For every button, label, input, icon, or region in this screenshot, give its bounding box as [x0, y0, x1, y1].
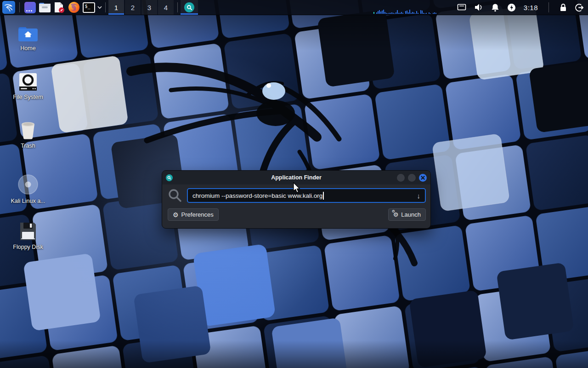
close-icon [421, 176, 425, 180]
clock[interactable]: 3:18 [524, 4, 538, 12]
firefox-icon [68, 1, 80, 13]
workspace-switcher: 1 2 3 4 [108, 0, 175, 15]
preferences-label: Preferences [181, 211, 214, 218]
window-title: Application Finder [162, 174, 430, 181]
desktop-icon-label: Kali Linux a... [11, 198, 45, 204]
workspace-2[interactable]: 2 [125, 0, 141, 15]
desktop-icon-file-system[interactable]: File System [7, 73, 49, 100]
desktop-icon-label: Home [20, 45, 35, 52]
lock-icon[interactable] [560, 3, 567, 12]
workspace-1[interactable]: 1 [108, 0, 124, 15]
launcher-file-manager[interactable] [37, 0, 52, 15]
terminal-icon: $_ [83, 2, 95, 13]
cdrom-icon [17, 174, 39, 195]
desktop-icon-label: File System [13, 94, 43, 100]
search-input-value: chromium --password-store=basic www.kali… [192, 192, 322, 199]
gear-icon: ⚙ [173, 212, 179, 218]
dropdown-arrow-icon[interactable]: ↓ [417, 192, 421, 200]
mouse-cursor [293, 182, 301, 194]
launcher-terminal[interactable]: $_ [81, 0, 96, 15]
panel-separator [105, 2, 106, 12]
chevron-down-icon[interactable] [97, 6, 102, 9]
search-input[interactable]: chromium --password-store=basic www.kali… [187, 188, 426, 203]
panel-separator [177, 2, 178, 12]
search-icon [168, 188, 182, 203]
application-finder-window: Application Finder chromium --password-s… [162, 170, 431, 229]
network-icon[interactable] [457, 4, 466, 11]
system-tray: 3:18 [457, 0, 588, 15]
trash-icon [18, 121, 38, 140]
panel-separator [548, 2, 549, 12]
panel-separator [19, 2, 20, 12]
file-manager-icon [39, 2, 51, 13]
launch-label: Launch [401, 211, 421, 218]
desktop-window-icon [24, 2, 36, 13]
maximize-button[interactable] [408, 174, 416, 182]
preferences-button[interactable]: ⚙ Preferences [168, 208, 219, 221]
text-caret [323, 192, 324, 200]
cpu-graph[interactable] [373, 0, 451, 15]
floppy-icon [18, 222, 38, 241]
top-panel: $_ 1 2 3 4 [0, 0, 588, 15]
close-button[interactable] [419, 174, 427, 182]
launcher-firefox[interactable] [67, 0, 81, 15]
desktop-icon-kali-cdrom[interactable]: Kali Linux a... [7, 174, 49, 204]
desktop-icon-trash[interactable]: Trash [7, 121, 49, 149]
desktop-icon-label: Floppy Disk [13, 244, 43, 250]
hard-disk-icon [18, 73, 38, 91]
launcher-desktop-app[interactable] [23, 0, 37, 15]
notifications-icon[interactable] [491, 3, 499, 12]
desktop-icon-home[interactable]: Home [7, 26, 49, 52]
desktop-icon-label: Trash [21, 143, 35, 149]
home-folder-icon [17, 26, 39, 42]
desktop-icon-floppy-disk[interactable]: Floppy Disk [7, 222, 49, 250]
volume-icon[interactable] [474, 3, 483, 12]
launch-button[interactable]: ⚙⚙ Launch [388, 208, 426, 221]
kali-menu-icon [4, 2, 14, 12]
taskbar-application-finder[interactable] [181, 0, 198, 15]
workspace-3[interactable]: 3 [141, 0, 157, 15]
launcher-text-editor[interactable] [52, 0, 67, 15]
logout-icon[interactable] [575, 3, 583, 12]
workspace-4[interactable]: 4 [158, 0, 174, 15]
application-finder-icon [184, 2, 194, 12]
power-icon[interactable] [507, 3, 516, 12]
run-icon: ⚙⚙ [393, 212, 399, 218]
text-editor-icon [54, 1, 65, 13]
applications-menu-button[interactable] [2, 1, 15, 14]
minimize-button[interactable] [397, 174, 405, 182]
panel-launchers: $_ 1 2 3 4 [0, 0, 198, 15]
